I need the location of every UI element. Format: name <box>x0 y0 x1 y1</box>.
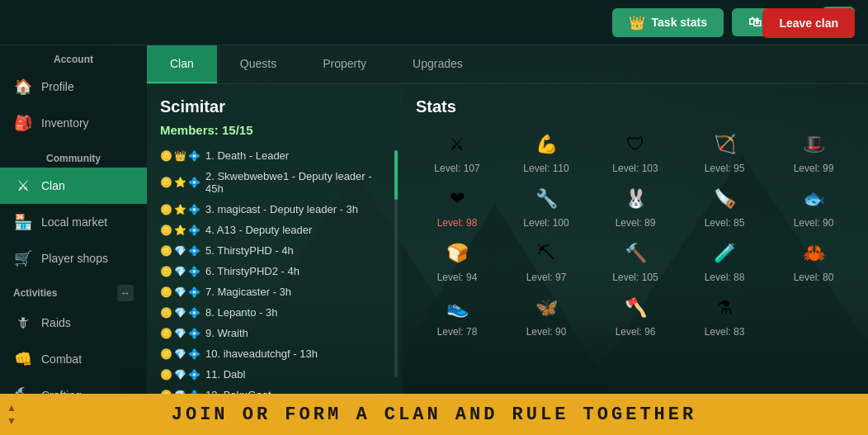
stat-icon: 🍞 <box>442 239 472 268</box>
player-shops-icon <box>13 248 33 268</box>
member-icons: 🪙💎💠 <box>160 328 200 339</box>
member-icons: 🪙👑💠 <box>160 150 200 162</box>
member-icons: 🪙💎💠 <box>160 266 200 277</box>
task-stats-label: Task stats <box>652 16 707 29</box>
clan-sidebar-label: Clan <box>41 179 65 192</box>
tabs-bar: Clan Quests Property Upgrades <box>147 45 868 84</box>
stat-item: 🐰Level: 89 <box>594 184 677 229</box>
member-item[interactable]: 🪙👑💠1. Death - Leader <box>153 145 396 166</box>
members-list: 🪙👑💠1. Death - Leader🪙⭐💠2. Skwebwebwe1 - … <box>147 145 403 394</box>
member-name: 10. ihaveadutchgf - 13h <box>205 348 389 360</box>
banner-up-arrow[interactable]: ▲ <box>7 402 17 414</box>
stat-level: Level: 90 <box>794 217 834 229</box>
stat-icon: 🎩 <box>799 130 828 159</box>
member-icons: 🪙⭐💠 <box>160 177 200 188</box>
main-area: Account Profile Inventory Community Clan… <box>0 45 868 394</box>
inventory-label: Inventory <box>41 116 89 130</box>
stat-level: Level: 105 <box>612 272 658 283</box>
coin-icon: 🪙 <box>160 307 172 319</box>
stat-icon: 🔨 <box>620 239 650 268</box>
rank-icon: ⭐ <box>174 177 186 188</box>
stat-item: ⚗Level: 83 <box>683 293 766 338</box>
sidebar: Account Profile Inventory Community Clan… <box>0 45 147 394</box>
task-stats-button[interactable]: 👑 Task stats <box>612 8 724 37</box>
stat-level: Level: 90 <box>526 326 567 338</box>
member-item[interactable]: 🪙💎💠8. Lepanto - 3h <box>153 302 396 323</box>
stat-icon: 🐟 <box>799 184 828 214</box>
tab-property[interactable]: Property <box>300 45 389 83</box>
stat-icon: 💪 <box>531 130 561 159</box>
banner-down-arrow[interactable]: ▼ <box>7 415 17 427</box>
sidebar-item-crafting[interactable]: Crafting <box>0 377 147 394</box>
activities-toggle-button[interactable]: ↔ <box>117 285 134 301</box>
local-market-label: Local market <box>41 215 107 229</box>
stat-icon: 🦋 <box>531 293 561 323</box>
member-item[interactable]: 🪙⭐💠4. A13 - Deputy leader <box>153 220 396 240</box>
member-item[interactable]: 🪙⭐💠2. Skwebwebwe1 - Deputy leader - 45h <box>153 166 396 199</box>
tab-upgrades[interactable]: Upgrades <box>389 45 486 83</box>
home-icon <box>13 77 33 97</box>
stat-icon: ⚔ <box>442 130 472 159</box>
member-item[interactable]: 🪙⭐💠3. magicast - Deputy leader - 3h <box>153 199 396 220</box>
member-name: 7. Magicaster - 3h <box>205 286 389 298</box>
member-item[interactable]: 🪙💎💠11. Dabl <box>153 364 396 385</box>
stat-item: 🧪Level: 88 <box>683 239 766 283</box>
stat-item: 🪚Level: 85 <box>683 184 766 229</box>
coin-icon: 🪙 <box>160 328 172 339</box>
sidebar-item-local-market[interactable]: Local market <box>0 204 147 240</box>
rank-icon: 💎 <box>174 245 186 257</box>
stat-item: 🏹Level: 95 <box>683 130 766 174</box>
stats-panel: Leave clan Stats ⚔Level: 107💪Level: 110🛡… <box>403 84 868 394</box>
combat-icon <box>13 349 33 369</box>
stat-item: 🐟Level: 90 <box>772 184 855 229</box>
bottom-banner: ▲ ▼ JOIN OR FORM A CLAN AND RULE TOGETHE… <box>0 394 868 435</box>
stats-grid: ⚔Level: 107💪Level: 110🛡Level: 103🏹Level:… <box>416 130 855 338</box>
stat-item: 🎩Level: 99 <box>772 130 855 174</box>
coin-icon: 🪙 <box>160 225 172 236</box>
rank-icon: 👑 <box>174 150 186 162</box>
member-name: 2. Skwebwebwe1 - Deputy leader - 45h <box>205 170 389 195</box>
stat-item: 🦀Level: 80 <box>772 239 855 283</box>
account-section-label: Account <box>0 45 147 69</box>
sidebar-item-combat[interactable]: Combat <box>0 341 147 377</box>
rank-icon: 💎 <box>174 369 186 381</box>
banner-arrows: ▲ ▼ <box>0 402 23 427</box>
stat-icon: 🦀 <box>799 239 828 268</box>
stat-icon: 🏹 <box>710 130 739 159</box>
member-icons: 🪙💎💠 <box>160 348 200 360</box>
stat-level: Level: 95 <box>705 163 745 174</box>
member-item[interactable]: 🪙💎💠7. Magicaster - 3h <box>153 281 396 302</box>
member-name: 11. Dabl <box>205 368 389 381</box>
stat-item: 🪓Level: 96 <box>594 293 677 338</box>
content-area: Clan Quests Property Upgrades Scimitar M… <box>147 45 868 394</box>
stat-item: 🦋Level: 90 <box>505 293 587 338</box>
gem-icon: 💠 <box>188 348 200 360</box>
member-item[interactable]: 🪙💎💠10. ihaveadutchgf - 13h <box>153 343 396 364</box>
inventory-icon <box>13 113 33 133</box>
tab-quests[interactable]: Quests <box>217 45 300 83</box>
coin-icon: 🪙 <box>160 266 172 277</box>
stat-level: Level: 78 <box>437 326 478 338</box>
sidebar-item-inventory[interactable]: Inventory <box>0 105 147 141</box>
member-name: 5. ThirstyPHD - 4h <box>205 244 389 257</box>
member-item[interactable]: 🪙💎💠6. ThirstyPHD2 - 4h <box>153 261 396 281</box>
tab-clan[interactable]: Clan <box>147 45 217 83</box>
member-item[interactable]: 🪙💎💠12. BakuGoat <box>153 385 396 394</box>
stat-level: Level: 83 <box>705 326 745 338</box>
member-icons: 🪙💎💠 <box>160 307 200 319</box>
sidebar-item-clan[interactable]: Clan <box>0 168 147 204</box>
member-icons: 🪙💎💠 <box>160 369 200 381</box>
gem-icon: 💠 <box>188 204 200 215</box>
sidebar-item-player-shops[interactable]: Player shops <box>0 240 147 277</box>
member-item[interactable]: 🪙💎💠9. Wraith <box>153 323 396 343</box>
member-name: 3. magicast - Deputy leader - 3h <box>205 203 389 215</box>
sidebar-item-raids[interactable]: Raids <box>0 305 147 341</box>
member-icons: 🪙⭐💠 <box>160 204 200 215</box>
coin-icon: 🪙 <box>160 286 172 298</box>
member-item[interactable]: 🪙💎💠5. ThirstyPHD - 4h <box>153 240 396 261</box>
stat-item: 💪Level: 110 <box>505 130 587 174</box>
coin-icon: 🪙 <box>160 177 172 188</box>
sidebar-item-profile[interactable]: Profile <box>0 69 147 105</box>
bag-icon: 🛍 <box>748 15 762 30</box>
stat-level: Level: 98 <box>437 217 478 229</box>
